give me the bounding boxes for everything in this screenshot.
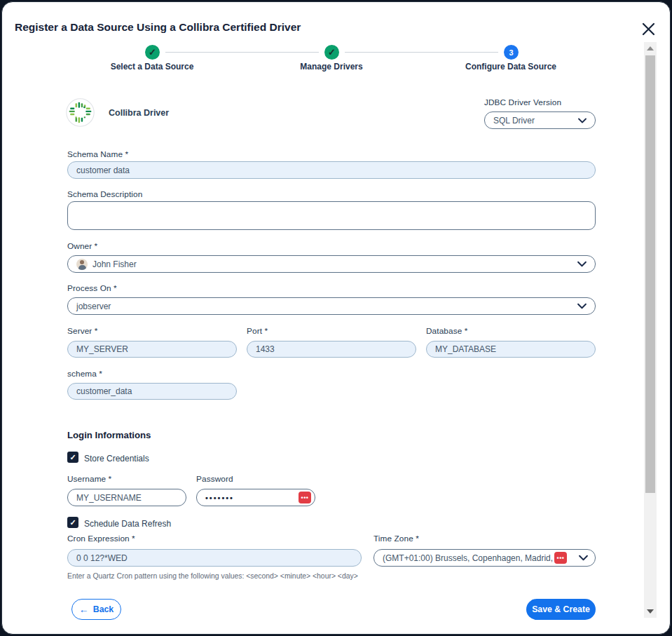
chevron-down-icon (577, 303, 587, 309)
modal-title: Register a Data Source Using a Collibra … (15, 21, 301, 34)
jdbc-driver-version-value: SQL Driver (493, 116, 535, 126)
step-1-circle[interactable]: ✓ (145, 45, 160, 60)
server-label: Server * (67, 326, 97, 336)
schema-label: schema * (67, 369, 102, 379)
step-2-circle[interactable]: ✓ (324, 45, 339, 60)
scrollbar-up-arrow-icon[interactable] (647, 46, 654, 50)
port-input[interactable] (247, 341, 416, 358)
cron-expression-label: Cron Expression * (67, 534, 135, 543)
owner-label: Owner * (67, 241, 97, 251)
process-on-select[interactable]: jobserver (67, 297, 596, 315)
jdbc-driver-version-label: JDBC Driver Version (484, 97, 561, 107)
process-on-value: jobserver (76, 302, 111, 311)
schedule-data-refresh-label: Schedule Data Refresh (84, 519, 171, 529)
server-input[interactable] (67, 341, 237, 358)
register-data-source-modal: Register a Data Source Using a Collibra … (1, 1, 671, 635)
step-connector-1 (165, 52, 319, 53)
check-icon: ✓ (69, 453, 76, 462)
database-label: Database * (426, 326, 467, 336)
schema-name-input[interactable] (67, 161, 596, 179)
jdbc-driver-version-select[interactable]: SQL Driver (484, 111, 596, 129)
port-label: Port * (247, 326, 268, 336)
collibra-driver-logo-icon (66, 98, 95, 127)
check-icon: ✓ (149, 47, 156, 57)
scrollbar-thumb[interactable] (645, 55, 655, 493)
time-zone-label: Time Zone * (373, 534, 419, 543)
schema-input[interactable] (67, 383, 237, 400)
check-icon: ✓ (69, 518, 76, 527)
login-informations-heading: Login Informations (67, 430, 151, 440)
scrollbar-track[interactable] (644, 42, 657, 618)
save-create-button[interactable]: Save & Create (526, 599, 596, 620)
arrow-left-icon: ← (79, 604, 89, 615)
chevron-down-icon (577, 261, 587, 267)
step-number: 3 (509, 48, 513, 57)
password-label: Password (196, 474, 233, 484)
time-zone-value: (GMT+01:00) Brussels, Copenhagen, Madrid… (383, 553, 559, 563)
back-button-label: Back (93, 604, 114, 614)
time-zone-select[interactable]: (GMT+01:00) Brussels, Copenhagen, Madrid… (373, 549, 596, 567)
driver-name: Collibra Driver (109, 108, 169, 118)
schema-description-label: Schema Description (67, 189, 142, 199)
step-3-label: Configure Data Source (451, 62, 570, 72)
password-value: ••••••• (205, 494, 234, 502)
back-button[interactable]: ← Back (71, 599, 121, 620)
schema-description-textarea[interactable] (67, 201, 596, 230)
username-label: Username * (67, 474, 111, 484)
step-2-label: Manage Drivers (272, 62, 391, 72)
check-icon: ✓ (328, 47, 336, 57)
store-credentials-checkbox[interactable]: ✓ (67, 452, 78, 463)
close-button[interactable] (638, 19, 658, 39)
cron-expression-input[interactable] (67, 549, 362, 567)
username-input[interactable] (67, 489, 186, 506)
chevron-down-icon (579, 555, 588, 561)
step-1-label: Select a Data Source (92, 62, 212, 72)
step-connector-2 (345, 52, 498, 53)
owner-value: John Fisher (92, 259, 137, 269)
process-on-label: Process On * (67, 283, 117, 293)
database-input[interactable] (426, 341, 596, 358)
schedule-data-refresh-checkbox[interactable]: ✓ (67, 517, 78, 528)
close-icon (642, 22, 655, 36)
save-create-button-label: Save & Create (532, 604, 590, 614)
scrollbar-down-arrow-icon[interactable] (647, 609, 654, 614)
password-manager-icon[interactable]: ••• (554, 552, 567, 564)
step-3-circle[interactable]: 3 (504, 45, 519, 60)
password-input[interactable]: ••••••• ••• (196, 489, 315, 506)
owner-select[interactable]: John Fisher (67, 255, 596, 273)
password-manager-icon[interactable]: ••• (299, 492, 311, 503)
store-credentials-label: Store Credentials (84, 454, 149, 464)
chevron-down-icon (578, 118, 587, 123)
owner-avatar (76, 259, 88, 270)
schema-name-label: Schema Name * (67, 149, 128, 159)
cron-helper-text: Enter a Quartz Cron pattern using the fo… (67, 572, 358, 580)
